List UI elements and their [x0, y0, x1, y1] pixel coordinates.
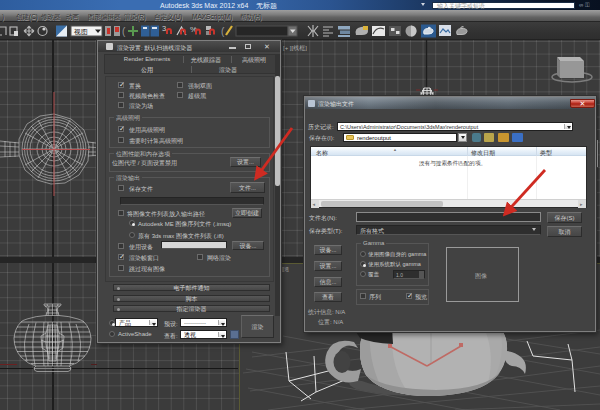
svg-text:视图: 视图 [74, 28, 88, 36]
svg-text:(: ( [221, 26, 225, 37]
svg-text:(: ( [122, 26, 126, 37]
svg-text:3: 3 [162, 24, 166, 33]
